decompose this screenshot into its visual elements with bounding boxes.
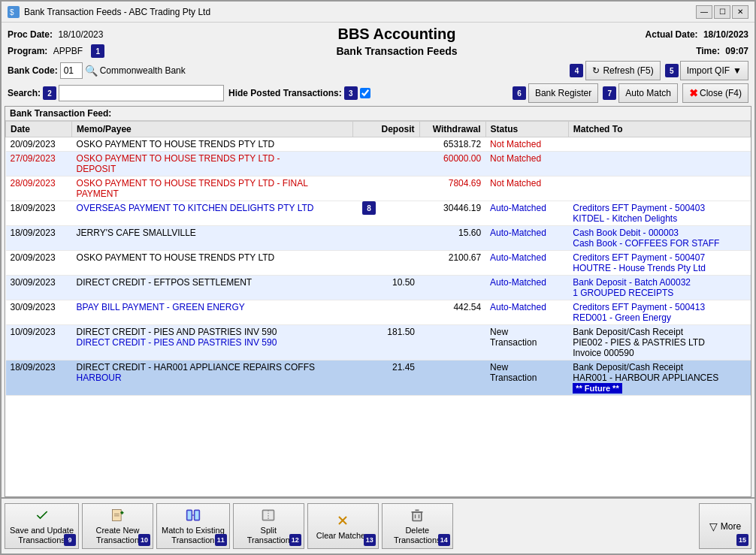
svg-text:$: $ xyxy=(10,8,14,17)
cell-memo: OSKO PAYMENT TO HOUSE TRENDS PTY LTD - F… xyxy=(72,176,353,201)
hide-posted-label: Hide Posted Transactions: xyxy=(228,88,342,98)
table-row[interactable]: 18/09/2023 JERRY'S CAFE SMALLVILLE 15.60… xyxy=(6,226,751,251)
app-subtitle-area: Bank Transaction Feeds xyxy=(233,45,561,57)
table-row[interactable]: 20/09/2023 OSKO PAYMENT TO HOUSE TRENDS … xyxy=(6,251,751,276)
col-header-memo: Memo/Payee xyxy=(72,122,353,137)
cell-withdrawal: 7804.69 xyxy=(419,176,485,201)
cell-matched: Bank Deposit - Batch A000321 GROUPED REC… xyxy=(568,276,750,300)
split-button[interactable]: SplitTransaction 12 xyxy=(233,503,304,549)
delete-label: DeleteTransactions xyxy=(394,526,441,545)
badge-9: 9 xyxy=(64,534,76,546)
future-bar: ** Future ** xyxy=(573,383,621,394)
save-update-button[interactable]: Save and UpdateTransactions 9 xyxy=(5,503,79,549)
close-window-button[interactable]: ✕ xyxy=(732,5,748,19)
table-row[interactable]: 18/09/2023 OVERSEAS PAYMENT TO KITCHEN D… xyxy=(6,201,751,226)
cell-date: 30/09/2023 xyxy=(6,300,72,325)
bank-code-input[interactable] xyxy=(60,62,83,79)
more-label: More xyxy=(721,521,741,532)
refresh-button[interactable]: ↻ Refresh (F5) xyxy=(585,61,660,80)
cell-withdrawal: 442.54 xyxy=(419,300,485,325)
badge-6: 6 xyxy=(513,86,526,100)
cell-withdrawal xyxy=(419,360,485,396)
cell-matched: Bank Deposit/Cash ReceiptHAR001 - HARBOU… xyxy=(568,360,750,396)
svg-rect-8 xyxy=(195,511,200,520)
dropdown-arrow-icon: ▼ xyxy=(733,65,742,76)
bank-register-button[interactable]: Bank Register xyxy=(528,83,598,103)
table-scroll[interactable]: Date Memo/Payee Deposit Withdrawal Statu… xyxy=(5,121,751,496)
match-icon xyxy=(184,507,202,524)
cell-memo: OSKO PAYMENT TO HOUSE TRENDS PTY LTD xyxy=(72,137,353,152)
minimize-button[interactable]: — xyxy=(696,5,712,19)
col-header-deposit: Deposit xyxy=(353,122,419,137)
search-label: Search: xyxy=(8,88,41,98)
refresh-icon: ↻ xyxy=(592,65,600,76)
col-header-withdrawal: Withdrawal xyxy=(419,122,485,137)
delete-button[interactable]: DeleteTransactions 14 xyxy=(382,503,453,549)
hide-posted-checkbox[interactable] xyxy=(360,88,370,98)
cell-withdrawal: 65318.72 xyxy=(419,137,485,152)
cell-deposit: 181.50 xyxy=(353,325,419,360)
table-row[interactable]: 27/09/2023 OSKO PAYMENT TO HOUSE TRENDS … xyxy=(6,152,751,176)
badge-4: 4 xyxy=(570,64,583,77)
cell-withdrawal: 15.60 xyxy=(419,226,485,251)
program-value: APPBF xyxy=(53,46,83,56)
create-new-button[interactable]: Create NewTransaction 10 xyxy=(82,503,153,549)
time-area: Time: 09:07 xyxy=(561,46,748,56)
table-row[interactable]: 30/09/2023 DIRECT CREDIT - EFTPOS SETTLE… xyxy=(6,276,751,300)
bank-code-label: Bank Code: xyxy=(8,65,58,76)
svg-rect-7 xyxy=(187,511,192,520)
program-label: Program: xyxy=(8,46,47,56)
cell-memo: OVERSEAS PAYMENT TO KITCHEN DELIGHTS PTY… xyxy=(72,201,353,226)
search-input[interactable] xyxy=(59,85,224,101)
table-row[interactable]: 28/09/2023 OSKO PAYMENT TO HOUSE TRENDS … xyxy=(6,176,751,201)
cell-date: 18/09/2023 xyxy=(6,201,72,226)
cell-date: 30/09/2023 xyxy=(6,276,72,300)
clear-label: Clear Matches xyxy=(316,531,370,541)
table-row[interactable]: 18/09/2023 DIRECT CREDIT - HAR001 APPLIA… xyxy=(6,360,751,396)
match-existing-button[interactable]: Match to ExistingTransaction 11 xyxy=(156,503,230,549)
cell-date: 10/09/2023 xyxy=(6,325,72,360)
restore-button[interactable]: ☐ xyxy=(714,5,730,19)
badge-11: 11 xyxy=(215,534,227,546)
cell-withdrawal: 60000.00 xyxy=(419,152,485,176)
chevron-down-icon: ▽ xyxy=(709,520,718,532)
program-area: Program: APPBF 1 xyxy=(8,44,233,58)
col-header-date: Date xyxy=(6,122,72,137)
cell-date: 20/09/2023 xyxy=(6,251,72,276)
cell-memo: JERRY'S CAFE SMALLVILLE xyxy=(72,226,353,251)
cell-deposit xyxy=(353,176,419,201)
table-row[interactable]: 20/09/2023 OSKO PAYMENT TO HOUSE TRENDS … xyxy=(6,137,751,152)
cell-matched: Creditors EFT Payment - 500413RED001 - G… xyxy=(568,300,750,325)
cell-deposit: 10.50 xyxy=(353,276,419,300)
delete-icon xyxy=(408,507,426,524)
badge-8: 8 xyxy=(362,201,376,215)
proc-date-value: 18/10/2023 xyxy=(58,29,103,40)
cell-memo: OSKO PAYMENT TO HOUSE TRENDS PTY LTD -DE… xyxy=(72,152,353,176)
clear-matches-button[interactable]: Clear Matches 13 xyxy=(307,503,379,549)
auto-match-button[interactable]: Auto Match xyxy=(618,83,678,103)
table-section-label: Bank Transaction Feed: xyxy=(5,107,751,121)
bank-name: Commonwealth Bank xyxy=(100,65,186,76)
cell-status: Auto-Matched xyxy=(485,201,568,226)
cell-status: NewTransaction xyxy=(485,360,568,396)
app-title: BBS Accounting xyxy=(233,26,561,43)
close-button[interactable]: ✖ Close (F4) xyxy=(682,83,748,103)
cell-withdrawal xyxy=(419,276,485,300)
badge-15: 15 xyxy=(736,534,748,546)
create-icon xyxy=(109,507,127,524)
cell-deposit xyxy=(353,300,419,325)
table-row[interactable]: 10/09/2023 DIRECT CREDIT - PIES AND PAST… xyxy=(6,325,751,360)
actual-date-label: Actual Date: xyxy=(646,29,698,40)
cell-date: 18/09/2023 xyxy=(6,360,72,396)
time-label: Time: xyxy=(696,46,720,56)
badge-5: 5 xyxy=(665,64,679,77)
more-button[interactable]: ▽ More 15 xyxy=(699,503,751,549)
main-window: $ Bank Transaction Feeds - ABC Trading P… xyxy=(0,0,756,555)
table-row[interactable]: 30/09/2023 BPAY BILL PAYMENT - GREEN ENE… xyxy=(6,300,751,325)
cell-matched: Creditors EFT Payment - 500407HOUTRE - H… xyxy=(568,251,750,276)
cell-matched xyxy=(568,152,750,176)
import-qif-button[interactable]: Import QIF ▼ xyxy=(680,61,748,80)
badge-1: 1 xyxy=(91,44,104,58)
cell-deposit xyxy=(353,251,419,276)
bank-code-search-icon[interactable]: 🔍 xyxy=(85,65,98,77)
